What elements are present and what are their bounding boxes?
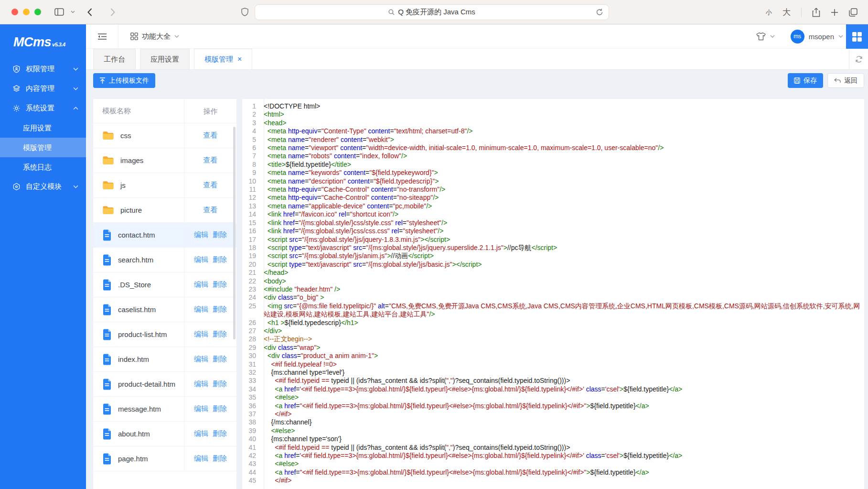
table-row[interactable]: page.htm编辑删除 xyxy=(93,446,236,471)
table-row[interactable]: about.htm编辑删除 xyxy=(93,422,236,446)
sidebar-item-content[interactable]: 内容管理 xyxy=(0,79,86,98)
code-text: <#if field.typeid == typeid || (ids?has_… xyxy=(260,444,864,452)
address-bar[interactable]: Q 免疫开源的 Java Cms xyxy=(255,4,609,20)
refresh-tab-button[interactable] xyxy=(849,49,868,69)
logo-text: MCms xyxy=(13,35,51,49)
edit-link[interactable]: 编辑 xyxy=(194,355,208,364)
code-line: 4 <meta http-equiv="Content-Type" conten… xyxy=(242,127,864,135)
privacy-shield-icon[interactable] xyxy=(241,8,248,16)
table-row[interactable]: product-detail.htm编辑删除 xyxy=(93,372,236,397)
sidebar-subitem-模版管理[interactable]: 模版管理 xyxy=(0,138,86,157)
code-text: <a href='<#if field.type==3>{ms:global.h… xyxy=(260,385,864,393)
line-number: 3 xyxy=(242,119,260,127)
tab-工作台[interactable]: 工作台 xyxy=(93,49,136,69)
sidebar-item-permissions[interactable]: 权限管理 xyxy=(0,59,86,79)
view-link[interactable]: 查看 xyxy=(204,131,218,140)
back-button[interactable] xyxy=(87,8,92,16)
code-text: </div> xyxy=(260,327,864,335)
code-line: 29<div class="wrap"> xyxy=(242,344,864,352)
sidebar-item-system[interactable]: 系统设置 xyxy=(0,98,86,118)
view-link[interactable]: 查看 xyxy=(204,181,218,190)
table-row[interactable]: .DS_Store编辑删除 xyxy=(93,272,236,297)
line-number: 32 xyxy=(242,369,260,377)
delete-link[interactable]: 删除 xyxy=(213,305,227,314)
chevron-down-icon[interactable] xyxy=(838,35,843,38)
tab-close-icon[interactable]: × xyxy=(237,55,242,63)
code-area: 1<!DOCTYPE html>2<html>3<head>4 <meta ht… xyxy=(242,102,864,485)
window-zoom-button[interactable] xyxy=(34,9,41,15)
tab-overview-icon[interactable] xyxy=(849,8,857,17)
text-smaller-button[interactable]: 小 xyxy=(766,8,772,17)
table-scrollbar[interactable] xyxy=(233,127,236,339)
line-number: 36 xyxy=(242,402,260,410)
username[interactable]: msopen xyxy=(809,33,834,41)
delete-link[interactable]: 删除 xyxy=(213,255,227,264)
table-row[interactable]: caselist.htm编辑删除 xyxy=(93,297,236,322)
theme-icon[interactable] xyxy=(756,32,766,41)
forward-button[interactable] xyxy=(110,8,115,16)
tab-应用设置[interactable]: 应用设置 xyxy=(140,49,190,69)
code-line: 41 <#if field.typeid == typeid || (ids?h… xyxy=(242,444,864,452)
file-name-cell: index.htm xyxy=(93,347,184,371)
code-line: 2<html> xyxy=(242,110,864,119)
safari-sidebar-icon[interactable] xyxy=(54,8,64,16)
table-row[interactable]: js查看 xyxy=(93,173,236,198)
share-icon[interactable] xyxy=(812,8,820,17)
file-name-cell: contact.htm xyxy=(93,223,184,247)
back-button-app[interactable]: 返回 xyxy=(827,73,864,88)
upload-template-button[interactable]: 上传模板文件 xyxy=(93,73,155,88)
folder-icon xyxy=(102,180,114,190)
sidebar-subitem-应用设置[interactable]: 应用设置 xyxy=(0,118,86,138)
apps-grid-button[interactable] xyxy=(846,24,868,49)
feature-menu[interactable]: 功能大全 xyxy=(130,32,179,41)
table-row[interactable]: picture查看 xyxy=(93,198,236,223)
table-row[interactable]: message.htm编辑删除 xyxy=(93,397,236,422)
table-row[interactable]: index.htm编辑删除 xyxy=(93,347,236,372)
sidebar-item-custom-module[interactable]: 自定义模块 xyxy=(0,177,86,196)
edit-link[interactable]: 编辑 xyxy=(194,230,208,239)
delete-link[interactable]: 删除 xyxy=(213,454,227,463)
template-code-editor[interactable]: 1<!DOCTYPE html>2<html>3<head>4 <meta ht… xyxy=(242,99,864,489)
delete-link[interactable]: 删除 xyxy=(213,330,227,339)
chevron-down-icon[interactable] xyxy=(770,35,775,38)
delete-link[interactable]: 删除 xyxy=(213,404,227,413)
table-row[interactable]: contact.htm编辑删除 xyxy=(93,223,236,248)
view-link[interactable]: 查看 xyxy=(204,156,218,165)
tab-模版管理[interactable]: 模版管理× xyxy=(194,49,252,69)
text-larger-button[interactable]: 大 xyxy=(782,7,791,18)
delete-link[interactable]: 删除 xyxy=(213,355,227,364)
table-row[interactable]: css查看 xyxy=(93,123,236,148)
save-button[interactable]: 保存 xyxy=(788,73,823,88)
app-header: 功能大全 ms msopen xyxy=(86,24,868,49)
edit-link[interactable]: 编辑 xyxy=(194,404,208,413)
new-tab-icon[interactable] xyxy=(831,9,838,16)
table-row[interactable]: product-list.htm编辑删除 xyxy=(93,322,236,347)
window-minimize-button[interactable] xyxy=(23,9,30,15)
edit-link[interactable]: 编辑 xyxy=(194,255,208,264)
sidebar-subitem-系统日志[interactable]: 系统日志 xyxy=(0,157,86,177)
file-name-label: caselist.htm xyxy=(118,304,156,315)
delete-link[interactable]: 删除 xyxy=(213,230,227,239)
line-number: 14 xyxy=(242,210,260,218)
edit-link[interactable]: 编辑 xyxy=(194,429,208,438)
view-link[interactable]: 查看 xyxy=(204,206,218,215)
table-row[interactable]: images查看 xyxy=(93,148,236,173)
reload-icon[interactable] xyxy=(596,8,603,16)
edit-link[interactable]: 编辑 xyxy=(194,280,208,289)
tab-list: 工作台应用设置模版管理× xyxy=(93,49,257,69)
file-icon xyxy=(102,453,112,465)
table-row[interactable]: search.htm编辑删除 xyxy=(93,248,236,272)
edit-link[interactable]: 编辑 xyxy=(194,305,208,314)
chevron-down-icon[interactable] xyxy=(71,11,75,13)
delete-link[interactable]: 删除 xyxy=(213,429,227,438)
user-avatar[interactable]: ms xyxy=(791,30,804,43)
delete-link[interactable]: 删除 xyxy=(213,280,227,289)
delete-link[interactable]: 删除 xyxy=(213,380,227,389)
window-close-button[interactable] xyxy=(11,9,18,15)
edit-link[interactable]: 编辑 xyxy=(194,454,208,463)
sidebar-menu: 权限管理内容管理系统设置应用设置模版管理系统日志自定义模块 xyxy=(0,59,86,196)
edit-link[interactable]: 编辑 xyxy=(194,330,208,339)
menu-collapse-icon[interactable] xyxy=(98,33,107,40)
edit-link[interactable]: 编辑 xyxy=(194,380,208,389)
grid-icon xyxy=(130,33,138,40)
